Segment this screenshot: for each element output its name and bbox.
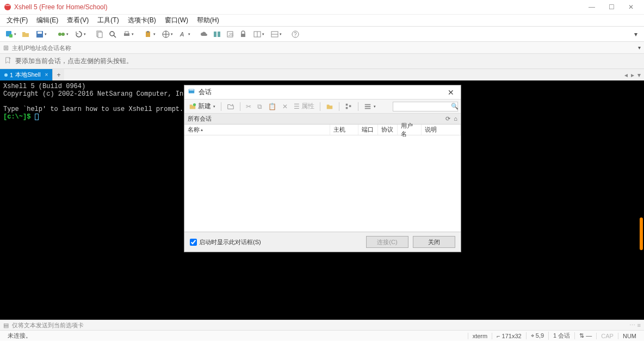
connect-button-dialog[interactable]: 连接(C) — [366, 236, 408, 248]
view-split-button[interactable]: ▾ — [250, 28, 267, 40]
tree-view-icon[interactable] — [343, 101, 355, 112]
session-list: 名称▴ 主机 端口 协议 用户名 说明 — [184, 125, 461, 232]
send-target-bar: ▤ 仅将文本发送到当前选项卡 ⋯ ≡ — [0, 320, 644, 330]
address-dropdown[interactable]: ▾ — [638, 45, 641, 51]
add-tab-button[interactable]: + — [52, 69, 64, 80]
window-title: Xshell 5 (Free for Home/School) — [14, 3, 585, 11]
term-line4: Type `help' to learn how to use Xshell p… — [3, 105, 183, 113]
show-on-start-input[interactable] — [190, 239, 197, 246]
maximize-button[interactable]: ☐ — [605, 3, 618, 11]
status-network-icon: ⇅ — — [574, 332, 596, 339]
lock-button[interactable] — [237, 28, 249, 40]
tab-menu-icon[interactable]: ▾ — [637, 71, 641, 79]
col-protocol[interactable]: 协议 — [378, 125, 398, 135]
delete-icon[interactable]: ✕ — [280, 101, 290, 112]
svg-rect-36 — [365, 104, 371, 105]
address-input[interactable] — [12, 45, 635, 51]
dialog-breadcrumb: 所有会话 ⟳ ⌂ — [184, 114, 461, 125]
copy-button[interactable] — [94, 28, 106, 40]
new-folder-icon[interactable]: + — [225, 101, 237, 112]
menu-view[interactable]: 查看(V) — [63, 15, 93, 26]
term-line1: Xshell 5 (Build 0964) — [3, 83, 85, 90]
col-desc[interactable]: 说明 — [422, 125, 461, 135]
reconnect-button[interactable]: ▾ — [72, 28, 88, 40]
new-session-button[interactable]: ▾ — [2, 28, 18, 40]
svg-line-10 — [114, 35, 116, 38]
cloud-button[interactable] — [198, 28, 210, 40]
cut-icon[interactable]: ✂ — [244, 101, 253, 112]
close-button[interactable]: ✕ — [624, 3, 637, 11]
tab-status-dot — [4, 73, 8, 77]
toolbar-overflow[interactable]: ▾ — [630, 28, 642, 40]
open-button[interactable] — [20, 28, 32, 40]
close-button-dialog[interactable]: 关闭 — [413, 236, 455, 248]
new-session-dialog-button[interactable]: 新建 ▾ — [187, 101, 218, 112]
tab-local-shell[interactable]: 1 本地Shell × — [0, 69, 52, 80]
list-body[interactable] — [184, 135, 461, 232]
home-icon[interactable]: ⌂ — [454, 115, 457, 122]
scroll-indicator[interactable] — [640, 217, 643, 250]
connect-button[interactable]: ▾ — [54, 28, 71, 40]
transfer-button[interactable] — [211, 28, 223, 40]
term-prompt: [c:\~]$ — [3, 113, 35, 121]
layout-button[interactable]: ▾ — [268, 28, 284, 40]
dialog-close-icon[interactable]: ✕ — [444, 88, 457, 97]
status-size: ⌐ 171x32 — [492, 333, 526, 339]
open-folder-icon[interactable] — [324, 101, 336, 112]
minimize-button[interactable]: — — [585, 3, 598, 11]
status-term-type: xterm — [468, 333, 492, 339]
dialog-titlebar: 会话 ✕ — [184, 85, 461, 100]
copy-icon[interactable]: ⧉ — [255, 101, 264, 112]
view-mode-button[interactable]: ▾ — [362, 101, 378, 112]
window-titlebar: Xshell 5 (Free for Home/School) — ☐ ✕ — [0, 0, 644, 14]
help-button[interactable]: ? — [289, 28, 301, 40]
col-port[interactable]: 端口 — [358, 125, 378, 135]
menu-file[interactable]: 文件(F) — [2, 15, 32, 26]
list-header: 名称▴ 主机 端口 协议 用户名 说明 — [184, 125, 461, 135]
refresh-icon[interactable]: ⟳ — [445, 115, 450, 122]
encoding-button[interactable]: ▾ — [159, 28, 175, 40]
menu-help[interactable]: 帮助(H) — [193, 15, 224, 26]
dialog-search-input[interactable] — [393, 102, 458, 111]
tab-nav-left-icon[interactable]: ◂ — [624, 71, 628, 79]
svg-rect-8 — [98, 32, 102, 38]
print-button[interactable]: ▾ — [120, 28, 136, 40]
menu-tabs[interactable]: 选项卡(B) — [123, 15, 160, 26]
menu-edit[interactable]: 编辑(E) — [32, 15, 63, 26]
bookmark-add-icon[interactable]: + — [4, 57, 12, 66]
status-cap: CAP — [596, 333, 618, 339]
paste-icon[interactable]: 📋 — [266, 101, 278, 112]
svg-point-0 — [4, 4, 11, 10]
dots-icon[interactable]: ⋯ — [629, 322, 635, 329]
tab-close-icon[interactable]: × — [45, 72, 48, 78]
properties-button[interactable]: ☰属性 — [292, 101, 317, 112]
script-button[interactable]: JS — [224, 28, 236, 40]
crumb-all-sessions[interactable]: 所有会话 — [188, 115, 212, 123]
expand-icon[interactable]: ≡ — [637, 322, 641, 329]
dialog-icon — [188, 88, 195, 97]
paste-button[interactable]: ▾ — [141, 28, 158, 40]
svg-point-5 — [58, 33, 61, 36]
search-icon[interactable]: 🔍 — [451, 103, 459, 110]
menu-window[interactable]: 窗口(W) — [160, 15, 193, 26]
tab-nav-right-icon[interactable]: ▸ — [631, 71, 634, 79]
menu-tools[interactable]: 工具(T) — [93, 15, 123, 26]
tab-label: 本地Shell — [15, 71, 40, 79]
font-button[interactable]: A▾ — [176, 28, 193, 40]
show-on-start-checkbox[interactable]: 启动时显示此对话框(S) — [190, 238, 261, 246]
status-sessions: 1 会话 — [548, 332, 574, 340]
svg-rect-34 — [346, 107, 348, 109]
col-user[interactable]: 用户名 — [398, 125, 422, 135]
save-button[interactable]: ▾ — [33, 28, 49, 40]
svg-point-6 — [61, 33, 65, 36]
tab-index: 1 — [10, 72, 13, 78]
svg-rect-2 — [9, 34, 13, 38]
col-host[interactable]: 主机 — [330, 125, 358, 135]
send-target-icon[interactable]: ▤ — [3, 322, 9, 329]
svg-rect-33 — [346, 103, 348, 105]
search-button[interactable] — [107, 28, 119, 40]
main-toolbar: ▾ ▾ ▾ ▾ ▾ ▾ ▾ A▾ JS ▾ ▾ ? ▾ — [0, 26, 644, 41]
hint-text: 要添加当前会话，点击左侧的箭头按钮。 — [15, 57, 133, 66]
col-name[interactable]: 名称▴ — [184, 125, 330, 135]
svg-rect-17 — [214, 32, 216, 37]
